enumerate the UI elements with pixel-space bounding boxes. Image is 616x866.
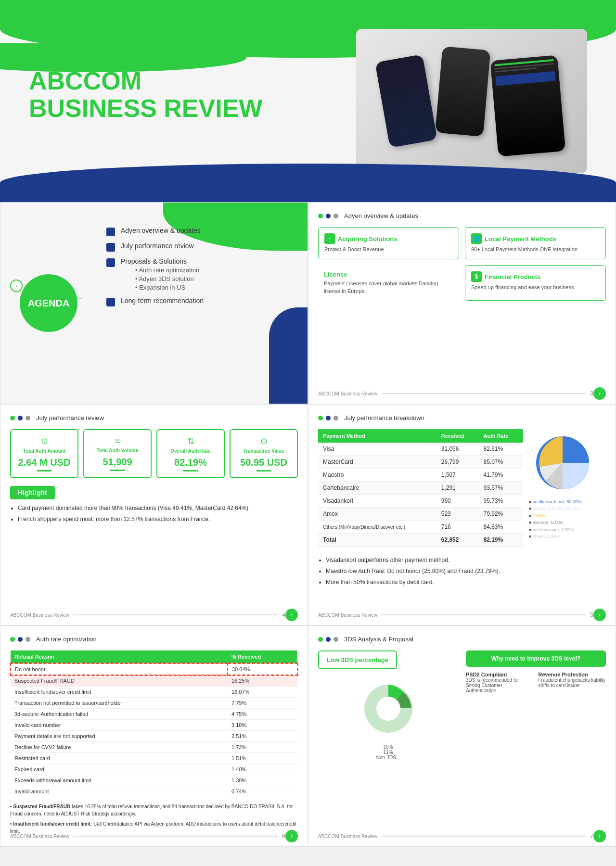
auth-col-pct: % Received [228,650,297,663]
next-button-2[interactable]: › [593,387,606,400]
cover-wave-bottom [0,164,616,202]
3ds-donut-container: 10% 11% Non-3DS... [355,675,422,760]
next-button-5[interactable]: › [285,830,298,842]
metric-auth-volume: ≡ Total Auth Volume 51,909 [83,429,152,478]
breakdown-table: Payment Method Received Auth Rate Visa 3… [318,429,523,547]
auth-pct-12: 0.74% [228,786,297,797]
row-others-method: Others (Mir/Vpay/Diners/Discover etc.) [318,521,436,534]
col-received: Received [436,429,479,443]
row-amex-rate: 79.92% [479,508,524,521]
psd2-title: PSD2 Compliant [466,672,534,677]
agenda-left-panel: AGENDA [0,203,97,404]
financial-desc: Speed up financing and ease your busines… [471,284,600,291]
auth-pct-9: 1.51% [228,753,297,764]
agenda-item-2: July performance review [106,242,298,252]
blue-wave-corner [269,307,308,404]
auth-row-10: Expired card 1.40% [11,764,297,775]
perf-header: July performance review [10,414,298,421]
row-total-received: 62,852 [436,534,479,547]
agenda-dot-1 [106,228,115,236]
auth-volume-icon: ≡ [88,436,147,446]
slide-adyen-overview: Adyen overview & updates ↑ Acquiring Sol… [308,202,616,404]
dollar-icon: $ [471,271,482,282]
slide-3ds: 3DS Analysis & Proposal Low 3DS percenta… [308,625,616,847]
breakdown-dot-1 [318,416,323,420]
row-visadk-received: 960 [436,495,479,508]
footer-line-5 [73,836,279,837]
page-number-2: 3 [590,390,593,397]
page-label-6: ABCCOM Business Review [318,834,377,839]
license-box: License Payment Licenses cover global ma… [318,265,459,301]
slide-header: Adyen overview & updates [318,212,606,219]
local-payment-title: 🌐 Local Payment Methods [471,233,600,244]
3ds-dot-2 [326,637,331,642]
txn-value-underline [257,470,271,471]
company-name: ABCCOM [29,67,262,95]
page-label-2: ABCCOM Business Review [318,391,377,396]
page-number-6: 7 [590,833,593,840]
slide-agenda: ‹ AGENDA Adyen overview & updates July p… [0,202,308,404]
auth-pct-3: 16.07% [228,687,297,698]
auth-amount-icon: ⊙ [15,436,74,446]
why-3ds-box: Why need to improve 3DS level? [466,650,606,667]
auth-reason-10: Expired card [11,764,228,775]
pie-segment-credit [563,436,589,463]
auth-amount-label: Total Auth Amount [15,448,74,454]
row-others-rate: 84.83% [479,521,524,534]
auth-row-11: Exceeds withdrawal amount limit 1.30% [11,775,297,786]
auth-pct-1: 30.04% [228,663,297,675]
col-method: Payment Method [318,429,436,443]
3ds-header: 3DS Analysis & Proposal [318,636,606,643]
auth-volume-value: 51,909 [88,457,147,468]
3ds-content: Low 3DS percentage [318,650,606,760]
financial-title: $ Financial Products [471,271,600,282]
footer-line-4 [381,614,587,615]
auth-pct-8: 1.72% [228,742,297,753]
row-amex-method: Amex [318,508,436,521]
financial-products-box: $ Financial Products Speed up financing … [465,265,606,301]
breakdown-bullets: Visadankort outperforms other payment me… [318,556,606,586]
txn-value-label: Transaction Value [234,448,293,454]
psd2-desc: 3DS is recommended for Strong Customer A… [466,677,534,693]
local-payment-box: 🌐 Local Payment Methods 90+ Local Paymen… [465,227,606,259]
3ds-right: Why need to improve 3DS level? PSD2 Comp… [466,650,606,760]
revenue-desc: Fraudulent chargebacks liability shifts … [539,677,606,688]
dot-2 [326,214,331,218]
dot-3 [334,214,338,218]
acquiring-desc: Protect & Boost Revenue [324,246,453,253]
auth-row-5: 3d-secure: Authentication failed 4.75% [11,709,297,720]
next-button-3[interactable]: › [285,609,298,621]
table-row-visa-dk: Visadankort 960 95.73% [318,495,523,508]
phone-1 [375,54,437,148]
page-label-4: ABCCOM Business Review [318,612,377,618]
auth-table: Refusal Reason % Received Do not honor 3… [10,650,298,797]
auth-row-3: Insufficient funds/over credit limit 16.… [11,687,297,698]
auth-pct-4: 7.79% [228,698,297,709]
breakdown-table-wrap: Payment Method Received Auth Rate Visa 3… [318,429,523,552]
auth-dot-3 [26,637,30,642]
acquiring-solutions-box: ↑ Acquiring Solutions Protect & Boost Re… [318,227,459,259]
table-row-total: Total 62,852 82.19% [318,534,523,547]
auth-reason-7: Payment details are not supported [11,731,228,742]
page-label-3: ABCCOM Business Review [10,612,69,618]
auth-volume-underline [110,470,125,471]
auth-reason-3: Insufficient funds/over credit limit [11,687,228,698]
next-button-4[interactable]: › [593,609,606,621]
auth-pct-2: 16.25% [228,675,297,687]
3ds-reasons-grid: PSD2 Compliant 3DS is recommended for St… [466,672,606,693]
metric-txn-value: ⊙ Transaction Value 50.95 USD [230,429,298,478]
footer-line-2 [381,393,587,394]
auth-volume-label: Total Auth Volume [88,448,147,454]
slide-breakdown: July performance breakdown Payment Metho… [308,404,616,625]
agenda-items: Adyen overview & updates July performanc… [106,227,298,312]
auth-reason-9: Restricted card [11,753,228,764]
breakdown-dot-2 [326,416,331,420]
auth-pct-6: 3.10% [228,720,297,731]
phone-2 [435,46,490,137]
auth-header-title: Auth rate optimization [36,636,97,643]
acquiring-title: ↑ Acquiring Solutions [324,233,453,244]
next-button-6[interactable]: › [593,830,606,842]
auth-col-reason: Refusal Reason [11,650,228,663]
row-carte-received: 1,291 [436,482,479,495]
auth-dot-2 [18,637,23,642]
